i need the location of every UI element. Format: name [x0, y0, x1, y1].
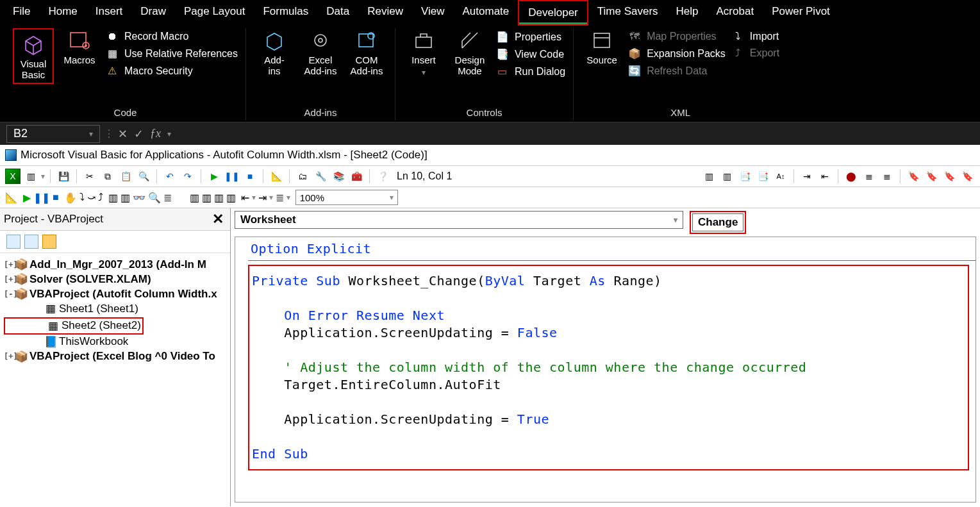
ribbon-tab-view[interactable]: View [412, 0, 454, 26]
breakpoint-icon[interactable]: ⬤ [843, 169, 859, 184]
record-macro-button[interactable]: ⏺Record Macro [105, 31, 238, 42]
reset-icon[interactable]: ■ [242, 169, 258, 184]
tb-icon[interactable]: 📑 [737, 169, 752, 184]
ribbon-tab-formulas[interactable]: Formulas [254, 0, 317, 26]
tree-item[interactable]: [+]📦Add_In_Mgr_2007_2013 (Add-In M [4, 257, 226, 272]
ribbon-tab-time-savers[interactable]: Time Savers [588, 0, 667, 26]
redo-icon[interactable]: ↷ [180, 169, 195, 184]
expansion-packs-button[interactable]: 📦Expansion Packs [627, 47, 726, 60]
help-icon[interactable]: ❔ [375, 169, 390, 184]
use-relative-button[interactable]: ▦Use Relative References [105, 47, 238, 60]
ribbon-tab-acrobat[interactable]: Acrobat [708, 0, 763, 26]
visual-basic-button[interactable]: Visual Basic [13, 28, 54, 84]
ribbon-tab-automate[interactable]: Automate [454, 0, 519, 26]
hand-icon[interactable]: ✋ [64, 192, 77, 204]
ribbon-tab-data[interactable]: Data [317, 0, 358, 26]
comment-icon[interactable]: ≣ [861, 169, 877, 184]
uncomment-icon[interactable]: ≣ [879, 169, 895, 184]
ribbon-tab-draw[interactable]: Draw [131, 0, 175, 26]
design-icon[interactable]: 📐 [5, 192, 18, 204]
view-code-button[interactable]: 📑View Code [495, 48, 565, 60]
com-addins-button[interactable]: COM Add-ins [346, 28, 387, 76]
macro-security-button[interactable]: ⚠Macro Security [105, 65, 238, 77]
step-out-icon[interactable]: ⤴ [98, 192, 103, 203]
zoom-select[interactable]: 100%▾ [295, 190, 398, 205]
ribbon-tab-file[interactable]: File [4, 0, 39, 26]
quickwatch-icon[interactable]: 🔍 [148, 192, 161, 204]
project-toolbar[interactable] [0, 231, 230, 253]
tb-icon[interactable]: ▥ [202, 192, 212, 204]
immediate-icon[interactable]: ▥ [120, 192, 130, 204]
tree-item[interactable]: [+]📦Solver (SOLVER.XLAM) [4, 272, 226, 287]
vbe-toolbar-debug[interactable]: 📐 ▶ ❚❚ ■ ✋ ⤵ ⤻ ⤴ ▥ ▥ 👓 🔍 ≣ ▥ ▥ ▥ ▥ ⇤▾ ⇥▾… [0, 187, 980, 208]
project-explorer-icon[interactable]: 🗂 [295, 169, 310, 184]
design-mode-button[interactable]: Design Mode [449, 28, 490, 76]
procedure-dropdown[interactable]: Change [692, 213, 743, 231]
step-over-icon[interactable]: ⤻ [87, 192, 96, 204]
code-editor[interactable]: Option Explicit Private Sub Worksheet_Ch… [235, 237, 976, 503]
design-icon[interactable]: 📐 [269, 169, 284, 184]
tb-icon[interactable]: A↕ [773, 169, 788, 184]
tree-item[interactable]: 📘ThisWorkbook [4, 335, 226, 349]
bookmark-next-icon[interactable]: 🔖 [924, 169, 939, 184]
formula-input[interactable] [175, 125, 974, 143]
insert-module-icon[interactable]: ▥ [23, 169, 38, 184]
tree-item[interactable]: [-]📦VBAProject (Autofit Column Width.x [4, 287, 226, 301]
copy-icon[interactable]: ⧉ [100, 169, 115, 184]
code-body[interactable]: Private Sub Worksheet_Change(ByVal Targe… [249, 266, 968, 469]
toolbox-icon[interactable]: 🧰 [349, 169, 364, 184]
cancel-icon[interactable]: ✕ [118, 127, 128, 141]
step-into-icon[interactable]: ⤵ [79, 192, 85, 203]
source-button[interactable]: Source [581, 28, 622, 66]
paste-icon[interactable]: 📋 [118, 169, 133, 184]
object-dropdown[interactable]: Worksheet▾ [235, 211, 683, 229]
view-code-icon[interactable] [6, 235, 21, 249]
enter-icon[interactable]: ✓ [134, 127, 144, 141]
ribbon-tab-home[interactable]: Home [39, 0, 86, 26]
tb-icon[interactable]: ▥ [190, 192, 199, 204]
ribbon-tab-help[interactable]: Help [667, 0, 708, 26]
reset-icon[interactable]: ■ [53, 192, 59, 203]
ribbon-tab-page-layout[interactable]: Page Layout [175, 0, 254, 26]
macros-button[interactable]: Macros [59, 28, 100, 66]
callstack-icon[interactable]: ≣ [163, 192, 172, 204]
ribbon-tab-review[interactable]: Review [358, 0, 412, 26]
fx-icon[interactable]: ƒx [150, 127, 161, 140]
tb-icon[interactable]: ▥ [214, 192, 224, 204]
project-tree[interactable]: [+]📦Add_In_Mgr_2007_2013 (Add-In M[+]📦So… [0, 253, 230, 368]
ribbon-tab-developer[interactable]: Developer [519, 1, 587, 24]
tb-icon[interactable]: ▥ [719, 169, 735, 184]
vbe-toolbar-standard[interactable]: X ▥▾ 💾 ✂ ⧉ 📋 🔍 ↶ ↷ ▶ ❚❚ ■ 📐 🗂 🔧 📚 🧰 ❔ Ln… [0, 165, 980, 187]
tree-item[interactable]: [+]📦VBAProject (Excel Blog ^0 Video To [4, 349, 226, 364]
bookmark-icon[interactable]: 🔖 [906, 169, 921, 184]
properties-button[interactable]: 📄Properties [495, 31, 565, 43]
save-icon[interactable]: 💾 [56, 169, 71, 184]
tb-icon[interactable]: ⇤ [241, 192, 249, 204]
folder-icon[interactable] [42, 235, 56, 249]
cut-icon[interactable]: ✂ [82, 169, 97, 184]
view-object-icon[interactable] [24, 235, 38, 249]
object-browser-icon[interactable]: 📚 [331, 169, 346, 184]
break-icon[interactable]: ❚❚ [33, 192, 50, 204]
outdent-icon[interactable]: ⇤ [817, 169, 833, 184]
tree-item[interactable]: ▦Sheet1 (Sheet1) [4, 301, 226, 316]
indent-icon[interactable]: ⇥ [799, 169, 815, 184]
bookmark-clear-icon[interactable]: 🔖 [959, 169, 975, 184]
tree-item[interactable]: ▦Sheet2 (Sheet2) [6, 319, 141, 333]
insert-controls-button[interactable]: Insert ▾ [403, 28, 444, 77]
name-box[interactable]: B2 ▾ [6, 125, 100, 143]
tb-icon[interactable]: 📑 [755, 169, 770, 184]
run-icon[interactable]: ▶ [206, 169, 222, 184]
tb-icon[interactable]: ▥ [226, 192, 236, 204]
excel-addins-button[interactable]: Excel Add-ins [300, 28, 341, 76]
run-icon[interactable]: ▶ [23, 192, 31, 204]
tb-icon[interactable]: ⇥ [258, 192, 267, 204]
find-icon[interactable]: 🔍 [136, 169, 151, 184]
properties-window-icon[interactable]: 🔧 [313, 169, 328, 184]
excel-icon[interactable]: X [5, 169, 21, 184]
undo-icon[interactable]: ↶ [162, 169, 178, 184]
locals-icon[interactable]: ▥ [108, 192, 118, 204]
ribbon-tab-power-pivot[interactable]: Power Pivot [763, 0, 839, 26]
tb-icon[interactable]: ≣ [276, 192, 284, 204]
addins-button[interactable]: Add- ins [254, 28, 295, 76]
